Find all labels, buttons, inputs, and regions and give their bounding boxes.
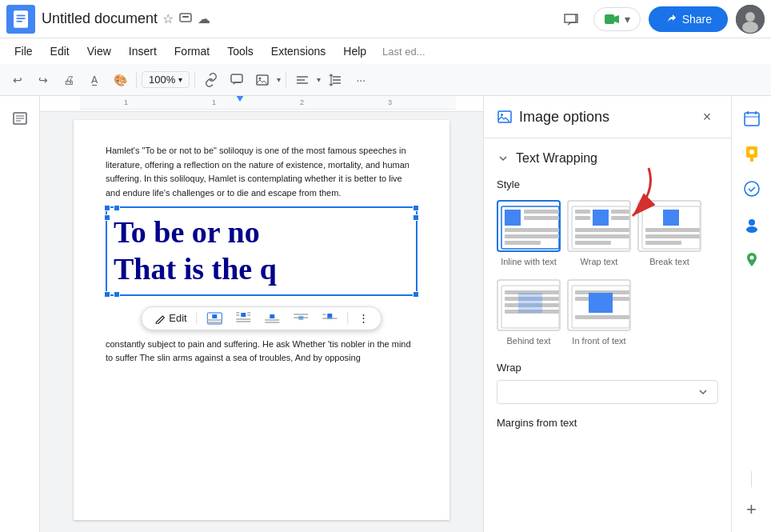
far-right-sidebar: + [731,96,771,532]
linespacing-button[interactable] [324,69,346,91]
svg-rect-72 [645,228,700,232]
cloud-icon[interactable]: ☁ [198,11,210,26]
image-button[interactable] [251,69,274,91]
menu-tools[interactable]: Tools [219,42,262,61]
panel-close-button[interactable]: × [696,106,718,128]
more-image-options-button[interactable]: ⋮ [355,310,372,326]
wrap-infront-btn[interactable] [319,310,342,326]
toolbar-divider [197,312,198,325]
svg-point-95 [745,182,759,196]
hamlet-line2: That is the q [114,251,409,288]
style-break-option[interactable]: Break text [637,200,701,266]
calendar-icon-btn[interactable] [736,102,768,134]
outline-icon[interactable] [4,102,36,134]
divider [136,72,137,88]
svg-rect-25 [80,96,456,110]
svg-rect-74 [645,241,681,245]
panel-header: Image options × [484,96,731,138]
svg-point-93 [749,150,754,154]
chevron-down-icon [497,152,509,165]
svg-rect-71 [663,210,679,226]
wrap-section: Wrap [497,362,718,404]
meet-button[interactable]: ▾ [593,7,641,31]
redo-button[interactable]: ↪ [32,69,54,91]
print-button[interactable]: 🖨 [58,69,80,91]
style-behind-option[interactable]: Behind text [497,279,561,346]
edit-label: Edit [169,312,186,324]
star-icon[interactable]: ☆ [162,11,174,26]
infront-label-text: In front of text [572,336,625,346]
menu-format[interactable]: Format [166,42,218,61]
hamlet-line1: To be or no [114,214,409,251]
text-wrapping-header[interactable]: Text Wrapping [497,151,718,166]
wrap-icon [567,200,631,252]
panel-content: Text Wrapping Style [484,138,731,442]
svg-rect-73 [645,234,700,238]
zoom-selector[interactable]: 100% ▾ [142,71,190,88]
svg-rect-4 [17,20,22,22]
maps-icon-btn[interactable] [736,243,768,275]
style-wrap-option[interactable]: Wrap text [567,200,631,266]
contacts-icon-btn[interactable] [736,208,768,240]
spellcheck-button[interactable]: A̲ [83,69,106,91]
drive-icon[interactable] [178,10,193,28]
wrap-dropdown[interactable] [497,380,718,404]
menu-edit[interactable]: Edit [42,42,78,61]
menu-help[interactable]: Help [335,42,374,61]
break-label-text: Break text [649,257,689,266]
doc-page: Hamlet's "To be or not to be" soliloquy … [74,120,449,520]
doc-title[interactable]: Untitled document [42,10,158,27]
break-icon [637,200,701,252]
align-button[interactable] [291,69,314,91]
tasks-icon-btn[interactable] [736,173,768,205]
svg-rect-59 [505,234,559,238]
ruler: 1 1 2 3 [40,96,483,112]
wrap-break-btn[interactable] [262,310,284,326]
inline-label: Inline with text [501,257,557,266]
comment-button[interactable] [226,69,248,91]
svg-rect-57 [524,216,559,220]
panel-title: Image options [519,109,689,126]
style-infront-option[interactable]: In front of text [567,279,631,346]
edit-image-button[interactable]: Edit [151,310,190,326]
style-options-row2: Behind text In front of [497,279,718,346]
toolbar: ↩ ↪ 🖨 A̲ 🎨 100% ▾ ▾ ▾ ··· [0,64,771,96]
paintformat-button[interactable]: 🎨 [109,69,131,91]
svg-rect-68 [575,234,629,238]
menu-insert[interactable]: Insert [121,42,165,61]
image-panel-icon [497,109,513,125]
menu-extensions[interactable]: Extensions [263,42,334,61]
svg-text:3: 3 [388,98,392,106]
menu-view[interactable]: View [79,42,119,61]
link-button[interactable] [200,69,222,91]
svg-text:2: 2 [300,98,304,106]
svg-rect-64 [575,216,590,220]
behind-label-text: Behind text [506,336,550,346]
top-right: ▾ Share [557,5,765,34]
chat-icon-btn[interactable] [557,5,585,34]
more-toolbar-button[interactable]: ··· [350,69,372,91]
keep-icon-btn[interactable] [736,138,768,170]
menu-file[interactable]: File [6,42,41,61]
undo-button[interactable]: ↩ [6,69,29,91]
style-inline-option[interactable]: Inline with text [497,200,561,266]
style-section-label: Style [497,178,718,190]
wrap-behind-btn[interactable] [290,310,313,326]
main-area: 1 1 2 3 Hamlet's "To be or not to be" so… [0,96,771,532]
selected-image[interactable]: To be or no That is the q Edit [106,206,417,295]
svg-point-98 [749,256,753,260]
image-toolbar: Edit [141,306,382,330]
handle-ml [104,214,110,221]
svg-rect-48 [299,316,304,320]
wrap-inline-btn[interactable] [204,310,226,326]
wrap-text-btn[interactable] [233,310,255,326]
share-button[interactable]: Share [649,6,728,32]
wrap-label-text: Wrap text [581,257,618,266]
add-addon-button[interactable]: + [736,494,768,526]
avatar[interactable] [736,5,765,34]
handle-mr [413,214,419,221]
doc-title-area: Untitled document ☆ ☁ [42,10,557,28]
handle-tc [114,205,120,211]
svg-point-53 [501,114,503,116]
doc-text-below: constantly subject to pain and suffering… [106,338,417,366]
